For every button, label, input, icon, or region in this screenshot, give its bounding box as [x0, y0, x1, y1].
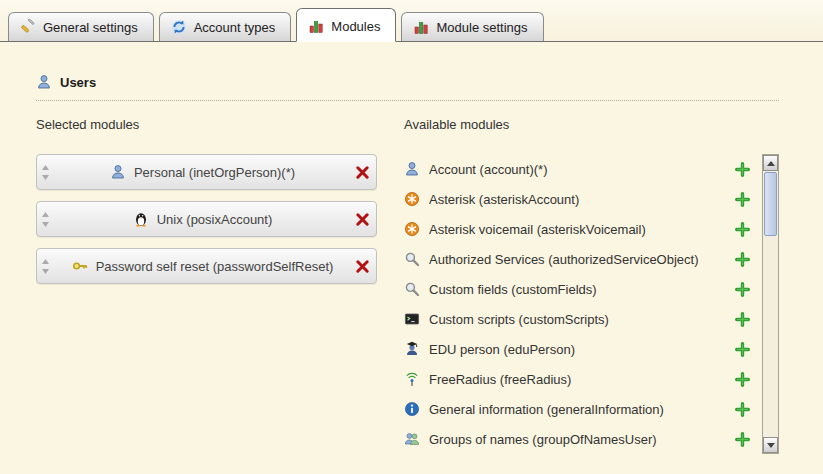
remove-module-button[interactable] — [355, 212, 370, 227]
edu-person-icon — [404, 341, 420, 357]
available-module-label: Groups of names (groupOfNamesUser) — [429, 432, 726, 447]
remove-module-button[interactable] — [355, 259, 370, 274]
sync-icon — [171, 19, 187, 35]
arrow-down-icon — [767, 443, 775, 448]
selected-module-row[interactable]: Unix (posixAccount) — [36, 201, 377, 237]
available-module-label: FreeRadius (freeRadius) — [429, 372, 726, 387]
penguin-icon — [133, 211, 149, 227]
info-icon — [404, 401, 420, 417]
tab-label: General settings — [43, 20, 138, 35]
asterisk-icon — [404, 221, 420, 237]
tab-general-settings[interactable]: General settings — [8, 12, 154, 41]
available-module-row: Authorized Services (authorizedServiceOb… — [404, 244, 760, 274]
available-module-row: Asterisk (asteriskAccount) — [404, 184, 760, 214]
available-modules-list: Account (account)(*) Asterisk (asteriskA… — [404, 154, 760, 454]
person-icon — [404, 161, 420, 177]
lam-configuration-page: General settings Account types Modules M… — [0, 0, 823, 474]
add-module-button[interactable] — [735, 192, 750, 207]
available-module-label: Authorized Services (authorizedServiceOb… — [429, 252, 726, 267]
magnifier-icon — [404, 251, 420, 267]
available-module-row: Groups of names (groupOfNamesUser) — [404, 424, 760, 454]
tab-bar: General settings Account types Modules M… — [0, 0, 823, 42]
selected-module-label: Password self reset (passwordSelfReset) — [96, 259, 334, 274]
scrollbar-thumb[interactable] — [764, 172, 777, 236]
available-module-row: Custom scripts (customScripts) — [404, 304, 760, 334]
tab-modules[interactable]: Modules — [296, 8, 396, 42]
script-icon — [404, 311, 420, 327]
add-module-button[interactable] — [735, 252, 750, 267]
available-module-label: Account (account)(*) — [429, 162, 726, 177]
key-icon — [72, 258, 88, 274]
available-module-label: EDU person (eduPerson) — [429, 342, 726, 357]
selected-module-label: Unix (posixAccount) — [157, 212, 273, 227]
drag-handle-icon[interactable] — [41, 165, 50, 180]
group-icon — [404, 431, 420, 447]
selected-module-row[interactable]: Personal (inetOrgPerson)(*) — [36, 154, 377, 190]
available-module-row: FreeRadius (freeRadius) — [404, 364, 760, 394]
tab-label: Modules — [331, 19, 380, 34]
person-icon — [110, 164, 126, 180]
scrollbar-up-button[interactable] — [763, 155, 778, 171]
available-modules-heading: Available modules — [404, 117, 779, 132]
asterisk-icon — [404, 191, 420, 207]
available-module-row: Asterisk voicemail (asteriskVoicemail) — [404, 214, 760, 244]
selected-module-label: Personal (inetOrgPerson)(*) — [134, 165, 295, 180]
available-module-row: EDU person (eduPerson) — [404, 334, 760, 364]
add-module-button[interactable] — [735, 372, 750, 387]
add-module-button[interactable] — [735, 432, 750, 447]
available-module-row: Custom fields (customFields) — [404, 274, 760, 304]
scrollbar-down-button[interactable] — [763, 437, 778, 453]
available-module-row: Account (account)(*) — [404, 154, 760, 184]
tab-label: Account types — [194, 20, 276, 35]
radius-icon — [404, 371, 420, 387]
add-module-button[interactable] — [735, 162, 750, 177]
available-module-row: General information (generalInformation) — [404, 394, 760, 424]
add-module-button[interactable] — [735, 222, 750, 237]
arrow-up-icon — [767, 161, 775, 166]
modules-panel: Users Selected modules Personal (inetOrg… — [0, 74, 823, 454]
add-module-button[interactable] — [735, 282, 750, 297]
available-module-label: Custom fields (customFields) — [429, 282, 726, 297]
available-module-label: General information (generalInformation) — [429, 402, 726, 417]
available-module-label: Custom scripts (customScripts) — [429, 312, 726, 327]
add-module-button[interactable] — [735, 402, 750, 417]
selected-modules-heading: Selected modules — [36, 117, 377, 132]
add-module-button[interactable] — [735, 312, 750, 327]
magnifier-icon — [404, 281, 420, 297]
tools-icon — [20, 19, 36, 35]
drag-handle-icon[interactable] — [41, 259, 50, 274]
chart-icon — [413, 19, 429, 35]
tab-module-settings[interactable]: Module settings — [401, 12, 543, 41]
section-title: Users — [60, 75, 96, 90]
remove-module-button[interactable] — [355, 165, 370, 180]
user-icon — [36, 74, 52, 90]
available-module-label: Asterisk voicemail (asteriskVoicemail) — [429, 222, 726, 237]
available-module-label: Asterisk (asteriskAccount) — [429, 192, 726, 207]
available-modules-scrollbar[interactable] — [762, 154, 779, 454]
add-module-button[interactable] — [735, 342, 750, 357]
tab-account-types[interactable]: Account types — [159, 12, 292, 41]
tab-label: Module settings — [436, 20, 527, 35]
users-section-header: Users — [36, 74, 779, 101]
selected-module-row[interactable]: Password self reset (passwordSelfReset) — [36, 248, 377, 284]
chart-icon — [308, 18, 324, 34]
drag-handle-icon[interactable] — [41, 212, 50, 227]
